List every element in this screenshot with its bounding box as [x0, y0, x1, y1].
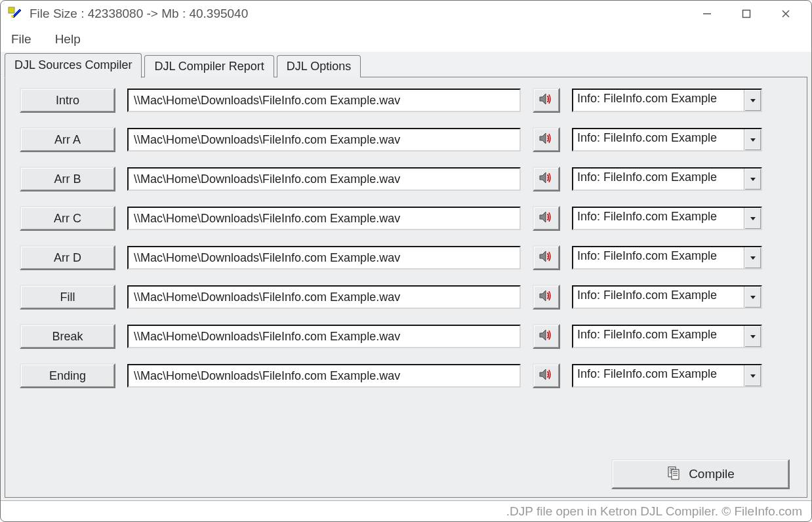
arr-c-label: Arr C: [54, 212, 81, 226]
source-row-break: Break Info: FileInfo.com Example: [20, 324, 796, 349]
break-info-select[interactable]: Info: FileInfo.com Example: [572, 325, 762, 348]
tabstrip: DJL Sources Compiler DJL Compiler Report…: [5, 53, 807, 77]
titlebar: File Size : 42338080 -> Mb : 40.395040: [1, 1, 811, 27]
break-button[interactable]: Break: [20, 324, 115, 349]
speaker-icon: [538, 171, 554, 188]
intro-info-text: Info: FileInfo.com Example: [573, 90, 744, 111]
menu-help[interactable]: Help: [51, 31, 85, 48]
panel-footer: Compile: [20, 454, 796, 492]
chevron-down-icon[interactable]: [744, 208, 761, 229]
tab-compiler-report[interactable]: DJL Compiler Report: [144, 55, 274, 77]
arr-d-play-button[interactable]: [533, 245, 560, 270]
fill-label: Fill: [60, 291, 75, 304]
window-title: File Size : 42338080 -> Mb : 40.395040: [30, 7, 688, 21]
source-row-arr-d: Arr D Info: FileInfo.com Example: [20, 245, 796, 270]
ending-path-input[interactable]: [127, 364, 521, 388]
fill-info-text: Info: FileInfo.com Example: [573, 287, 744, 308]
speaker-icon: [538, 289, 554, 306]
chevron-down-icon[interactable]: [744, 326, 761, 347]
arr-b-label: Arr B: [54, 172, 81, 186]
window-controls: [688, 2, 805, 26]
maximize-button[interactable]: [727, 2, 765, 26]
arr-d-label: Arr D: [54, 251, 81, 265]
break-label: Break: [52, 330, 83, 344]
client-area: DJL Sources Compiler DJL Compiler Report…: [1, 52, 811, 500]
arr-d-info-select[interactable]: Info: FileInfo.com Example: [572, 246, 762, 270]
speaker-icon: [538, 131, 554, 149]
arr-a-label: Arr A: [54, 133, 81, 147]
arr-a-button[interactable]: Arr A: [20, 127, 115, 152]
break-path-input[interactable]: [127, 325, 521, 348]
fill-button[interactable]: Fill: [20, 285, 115, 310]
ending-play-button[interactable]: [533, 363, 560, 388]
intro-label: Intro: [56, 94, 79, 108]
speaker-icon: [538, 249, 554, 267]
statusbar: .DJP file open in Ketron DJL Compiler. ©…: [1, 500, 811, 521]
ending-info-text: Info: FileInfo.com Example: [573, 365, 744, 386]
intro-path-input[interactable]: [127, 89, 521, 112]
arr-a-path-input[interactable]: [127, 128, 521, 151]
minimize-button[interactable]: [688, 2, 726, 26]
app-window: File Size : 42338080 -> Mb : 40.395040 F…: [0, 0, 812, 522]
arr-d-info-text: Info: FileInfo.com Example: [573, 247, 744, 268]
svg-point-1: [11, 15, 14, 18]
arr-d-path-input[interactable]: [127, 246, 521, 270]
arr-c-info-text: Info: FileInfo.com Example: [573, 208, 744, 229]
speaker-icon: [538, 210, 554, 228]
arr-d-button[interactable]: Arr D: [20, 245, 115, 270]
arr-b-info-select[interactable]: Info: FileInfo.com Example: [572, 167, 762, 191]
source-row-arr-c: Arr C Info: FileInfo.com Example: [20, 206, 796, 231]
arr-b-button[interactable]: Arr B: [20, 167, 115, 191]
status-text: .DJP file open in Ketron DJL Compiler. ©…: [506, 504, 802, 519]
source-row-arr-a: Arr A Info: FileInfo.com Example: [20, 127, 796, 152]
sources-panel: Intro Info: FileInfo.com Example Arr A I…: [5, 77, 807, 498]
arr-b-info-text: Info: FileInfo.com Example: [573, 169, 744, 190]
break-info-text: Info: FileInfo.com Example: [573, 326, 744, 347]
speaker-icon: [538, 328, 554, 346]
speaker-icon: [538, 92, 554, 110]
ending-button[interactable]: Ending: [20, 363, 115, 388]
arr-c-play-button[interactable]: [533, 206, 560, 231]
arr-a-info-text: Info: FileInfo.com Example: [573, 129, 744, 150]
arr-a-info-select[interactable]: Info: FileInfo.com Example: [572, 128, 762, 151]
intro-play-button[interactable]: [533, 88, 560, 113]
chevron-down-icon[interactable]: [744, 90, 761, 111]
ending-label: Ending: [49, 369, 86, 383]
fill-path-input[interactable]: [127, 285, 521, 309]
arr-a-play-button[interactable]: [533, 127, 560, 152]
svg-rect-0: [9, 7, 14, 13]
arr-c-path-input[interactable]: [127, 207, 521, 230]
close-button[interactable]: [767, 2, 805, 26]
chevron-down-icon[interactable]: [744, 169, 761, 190]
compile-button[interactable]: Compile: [611, 459, 790, 489]
ending-info-select[interactable]: Info: FileInfo.com Example: [572, 364, 762, 388]
speaker-icon: [538, 367, 554, 385]
chevron-down-icon[interactable]: [744, 287, 761, 308]
menubar: File Help: [1, 27, 811, 52]
fill-play-button[interactable]: [533, 285, 560, 310]
source-row-ending: Ending Info: FileInfo.com Example: [20, 363, 796, 388]
arr-c-info-select[interactable]: Info: FileInfo.com Example: [572, 207, 762, 230]
svg-rect-3: [743, 10, 750, 18]
break-play-button[interactable]: [533, 324, 560, 349]
app-icon: [7, 6, 23, 22]
intro-button[interactable]: Intro: [20, 88, 115, 113]
tab-options[interactable]: DJL Options: [277, 55, 361, 77]
menu-file[interactable]: File: [7, 31, 35, 48]
compile-icon: [666, 466, 681, 483]
chevron-down-icon[interactable]: [744, 247, 761, 268]
source-row-intro: Intro Info: FileInfo.com Example: [20, 88, 796, 113]
svg-rect-34: [672, 470, 679, 479]
source-row-arr-b: Arr B Info: FileInfo.com Example: [20, 167, 796, 191]
source-row-fill: Fill Info: FileInfo.com Example: [20, 285, 796, 310]
chevron-down-icon[interactable]: [744, 365, 761, 386]
intro-info-select[interactable]: Info: FileInfo.com Example: [572, 89, 762, 112]
chevron-down-icon[interactable]: [744, 129, 761, 150]
tab-sources-compiler[interactable]: DJL Sources Compiler: [5, 53, 142, 78]
fill-info-select[interactable]: Info: FileInfo.com Example: [572, 285, 762, 309]
arr-b-path-input[interactable]: [127, 167, 521, 191]
arr-b-play-button[interactable]: [533, 167, 560, 191]
arr-c-button[interactable]: Arr C: [20, 206, 115, 231]
compile-label: Compile: [689, 467, 735, 481]
